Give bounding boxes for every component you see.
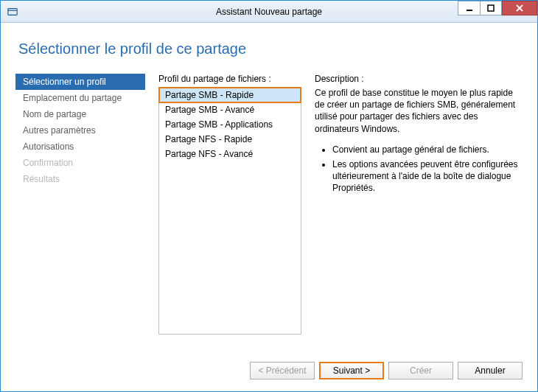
step-permissions[interactable]: Autorisations bbox=[15, 139, 145, 155]
minimize-button[interactable] bbox=[458, 1, 480, 15]
wizard-window: Assistant Nouveau partage Sélectionner l… bbox=[0, 0, 538, 392]
description-column: Description : Ce profil de base constitu… bbox=[315, 74, 523, 353]
page-heading: Sélectionner le profil de ce partage bbox=[18, 41, 523, 57]
step-list: Sélectionner un profil Emplacement du pa… bbox=[15, 74, 145, 353]
window-title: Assistant Nouveau partage bbox=[1, 7, 537, 17]
profile-smb-advanced[interactable]: Partage SMB - Avancé bbox=[159, 102, 301, 117]
profile-column: Profil du partage de fichiers : Partage … bbox=[158, 74, 301, 353]
cancel-button[interactable]: Annuler bbox=[458, 362, 523, 379]
footer-buttons: < Précédent Suivant > Créer Annuler bbox=[1, 353, 537, 391]
step-results: Résultats bbox=[15, 171, 145, 187]
profile-nfs-quick[interactable]: Partage NFS - Rapide bbox=[159, 132, 301, 147]
description-label: Description : bbox=[315, 74, 523, 84]
profile-list-label: Profil du partage de fichiers : bbox=[158, 74, 301, 84]
description-bullet: Convient au partage général de fichiers. bbox=[332, 144, 523, 155]
previous-button: < Précédent bbox=[250, 362, 315, 379]
step-other-settings[interactable]: Autres paramètres bbox=[15, 122, 145, 139]
step-confirmation: Confirmation bbox=[15, 155, 145, 171]
description-bullets: Convient au partage général de fichiers.… bbox=[332, 144, 523, 195]
description-bullet: Les options avancées peuvent être config… bbox=[332, 158, 523, 195]
columns: Sélectionner un profil Emplacement du pa… bbox=[15, 74, 523, 353]
close-button[interactable] bbox=[502, 1, 537, 15]
svg-rect-3 bbox=[488, 5, 494, 11]
description-text: Ce profil de base constitue le moyen le … bbox=[315, 87, 523, 135]
step-share-name[interactable]: Nom de partage bbox=[15, 106, 145, 122]
create-button: Créer bbox=[388, 362, 453, 379]
profile-smb-applications[interactable]: Partage SMB - Applications bbox=[159, 117, 301, 132]
next-button[interactable]: Suivant > bbox=[319, 362, 384, 379]
content-area: Sélectionner le profil de ce partage Sél… bbox=[1, 23, 537, 353]
profile-list[interactable]: Partage SMB - Rapide Partage SMB - Avanc… bbox=[158, 87, 301, 335]
profile-smb-quick[interactable]: Partage SMB - Rapide bbox=[159, 88, 301, 102]
profile-nfs-advanced[interactable]: Partage NFS - Avancé bbox=[159, 147, 301, 161]
step-select-profile[interactable]: Sélectionner un profil bbox=[15, 74, 145, 90]
titlebar: Assistant Nouveau partage bbox=[1, 1, 537, 23]
window-controls bbox=[458, 1, 537, 15]
step-share-location[interactable]: Emplacement du partage bbox=[15, 90, 145, 106]
maximize-button[interactable] bbox=[480, 1, 502, 15]
